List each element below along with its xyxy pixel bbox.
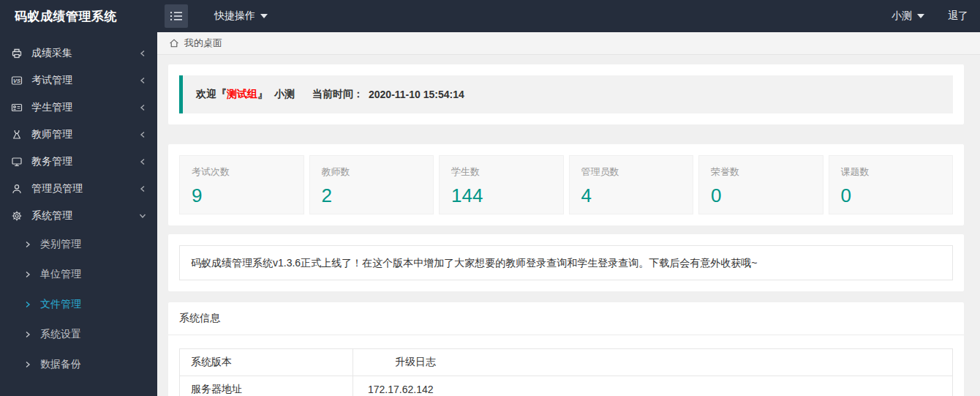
system-info-title: 系统信息 (168, 302, 964, 335)
system-info-body: 系统版本 升级日志 服务器地址 172.17.62.142 (168, 335, 964, 396)
sidebar-item-system-mgmt[interactable]: 系统管理 (0, 202, 157, 229)
chevron-right-icon (24, 241, 31, 248)
stat-value: 9 (192, 184, 292, 207)
sidebar-item-admin-mgmt[interactable]: 管理员管理 (0, 175, 157, 202)
main-area: 我的桌面 欢迎 『 测试组 』 小测 当前时间： 2020-11-10 15:5… (157, 32, 980, 396)
user-dropdown[interactable]: 小测 (892, 10, 924, 23)
sidebar-item-exam-mgmt[interactable]: VS 考试管理 (0, 67, 157, 94)
sidebar-item-label: 教师管理 (31, 128, 139, 141)
stat-card-teacher-count: 教师数 2 (309, 155, 434, 214)
server-address-label: 服务器地址 (180, 376, 353, 396)
gear-icon (11, 210, 23, 222)
sidebar-item-label: 管理员管理 (31, 182, 139, 195)
sidebar-subitem-category-mgmt[interactable]: 类别管理 (0, 229, 157, 259)
chevron-left-icon (139, 104, 146, 111)
stat-value: 0 (711, 184, 811, 207)
system-info-table: 系统版本 升级日志 服务器地址 172.17.62.142 (179, 348, 953, 396)
quick-actions-label: 快捷操作 (214, 10, 255, 23)
sidebar-item-label: 系统管理 (31, 209, 139, 223)
home-icon (169, 38, 179, 48)
announcement-panel: 码蚁成绩管理系统v1.3.6正式上线了！在这个版本中增加了大家想要的教师登录查询… (168, 234, 964, 291)
stat-label: 考试次数 (192, 165, 292, 179)
sidebar-item-label: 考试管理 (31, 74, 139, 87)
stat-card-honor-count: 荣誉数 0 (698, 155, 823, 214)
sidebar-subitem-label: 系统设置 (40, 328, 81, 341)
stat-label: 学生数 (451, 165, 551, 179)
menu-toggle-button[interactable] (165, 4, 188, 28)
quick-actions-dropdown[interactable]: 快捷操作 (214, 10, 268, 23)
chevron-right-icon (24, 301, 31, 308)
sidebar-subitem-file-mgmt[interactable]: 文件管理 (0, 289, 157, 319)
stat-label: 教师数 (322, 165, 422, 179)
stat-value: 2 (322, 184, 422, 207)
chevron-left-icon (139, 50, 146, 57)
sidebar-item-label: 教务管理 (31, 155, 139, 168)
stat-card-topic-count: 课题数 0 (829, 155, 954, 214)
stat-label: 管理员数 (581, 165, 682, 179)
chevron-left-icon (139, 185, 146, 193)
server-address-value: 172.17.62.142 (353, 376, 953, 396)
bracket-open: 『 (216, 88, 227, 101)
app-title: 码蚁成绩管理系统 (0, 8, 157, 25)
chevron-right-icon (24, 361, 31, 368)
sidebar-subitem-system-settings[interactable]: 系统设置 (0, 319, 157, 349)
sidebar-item-score-collect[interactable]: 成绩采集 (0, 40, 157, 67)
top-header: 码蚁成绩管理系统 快捷操作 小测 退了 (0, 0, 980, 32)
sidebar-subitem-label: 单位管理 (40, 268, 81, 281)
stat-value: 144 (451, 184, 551, 207)
stat-value: 4 (581, 184, 682, 207)
chevron-down-icon (917, 14, 924, 18)
breadcrumb: 我的桌面 (157, 32, 980, 55)
sidebar-item-teacher-mgmt[interactable]: 教师管理 (0, 121, 157, 148)
stat-card-student-count: 学生数 144 (439, 155, 564, 214)
sidebar-subitem-data-backup[interactable]: 数据备份 (0, 349, 157, 379)
chevron-down-icon (260, 14, 268, 18)
username-label: 小测 (892, 10, 912, 23)
system-version-label: 系统版本 (180, 349, 353, 376)
stat-card-exam-count: 考试次数 9 (179, 155, 304, 214)
vs-badge-icon: VS (11, 75, 23, 86)
stat-label: 课题数 (841, 165, 941, 179)
sidebar-subitem-label: 类别管理 (40, 238, 81, 251)
user-icon (11, 183, 23, 195)
sidebar-item-label: 学生管理 (31, 101, 139, 114)
welcome-panel: 欢迎 『 测试组 』 小测 当前时间： 2020-11-10 15:54:14 (168, 64, 964, 124)
content: 欢迎 『 测试组 』 小测 当前时间： 2020-11-10 15:54:14 … (157, 55, 980, 396)
monitor-icon (11, 156, 23, 168)
stat-label: 荣誉数 (711, 165, 811, 179)
chevron-left-icon (139, 158, 146, 165)
svg-text:VS: VS (13, 77, 20, 83)
chevron-right-icon (24, 271, 31, 278)
sidebar-subitem-label: 文件管理 (40, 298, 81, 311)
chevron-right-icon (24, 331, 31, 338)
welcome-strip: 欢迎 『 测试组 』 小测 当前时间： 2020-11-10 15:54:14 (179, 75, 953, 113)
stat-value: 0 (841, 184, 941, 207)
id-card-icon (11, 102, 23, 113)
chevron-down-icon (139, 212, 146, 220)
upgrade-log-link[interactable]: 升级日志 (353, 349, 953, 376)
table-row: 系统版本 升级日志 (180, 349, 953, 376)
chevron-left-icon (139, 131, 146, 138)
printer-icon (11, 48, 23, 59)
stat-card-admin-count: 管理员数 4 (569, 155, 694, 214)
dress-icon (11, 129, 23, 141)
sidebar-nav: 成绩采集 VS 考试管理 学生管理 (0, 32, 157, 396)
sidebar-item-academic-mgmt[interactable]: 教务管理 (0, 148, 157, 175)
sidebar-item-student-mgmt[interactable]: 学生管理 (0, 94, 157, 121)
welcome-group: 测试组 (227, 88, 257, 101)
chevron-left-icon (139, 77, 146, 84)
stats-panel: 考试次数 9 教师数 2 学生数 144 管理员数 4 荣誉数 0 课题数 0 (168, 144, 964, 225)
logout-button[interactable]: 退了 (948, 10, 968, 23)
welcome-prefix: 欢迎 (196, 88, 216, 101)
list-icon (170, 11, 183, 21)
current-time-value: 2020-11-10 15:54:14 (369, 89, 464, 100)
sidebar-subitem-unit-mgmt[interactable]: 单位管理 (0, 259, 157, 289)
table-row: 服务器地址 172.17.62.142 (180, 376, 953, 396)
system-info-panel: 系统信息 系统版本 升级日志 服务器地址 172.17.62.142 (168, 302, 964, 396)
bracket-close: 』 (257, 88, 268, 101)
sidebar-subitem-label: 数据备份 (40, 358, 81, 371)
welcome-username: 小测 (274, 88, 295, 101)
breadcrumb-label[interactable]: 我的桌面 (184, 37, 222, 50)
sidebar-item-label: 成绩采集 (31, 47, 139, 60)
announcement-text: 码蚁成绩管理系统v1.3.6正式上线了！在这个版本中增加了大家想要的教师登录查询… (179, 245, 953, 280)
